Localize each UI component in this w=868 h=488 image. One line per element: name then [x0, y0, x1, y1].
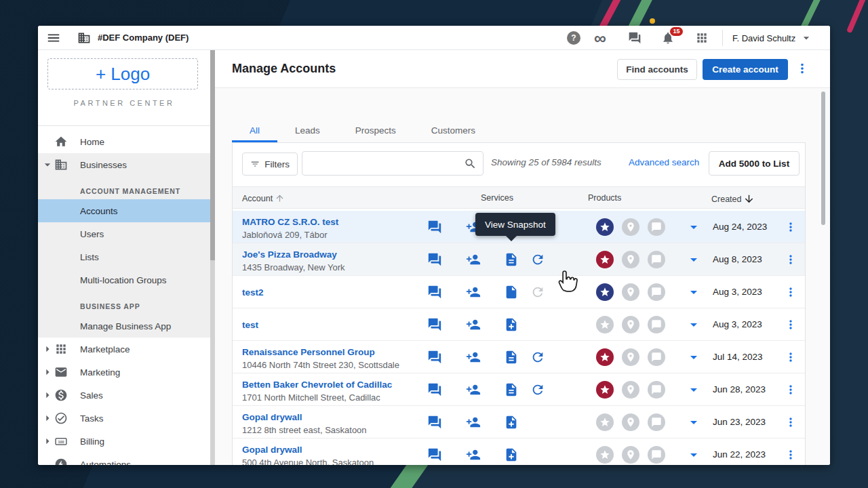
sidebar-scrollbar-thumb[interactable] — [210, 50, 215, 260]
search-input[interactable] — [309, 152, 462, 174]
column-created[interactable]: Created — [711, 193, 755, 205]
reputation-star-icon[interactable] — [596, 316, 614, 333]
account-name-link[interactable]: test — [242, 320, 258, 330]
sidebar-item-manage-business-app[interactable]: Manage Business App — [38, 314, 210, 338]
reputation-star-icon[interactable] — [596, 251, 614, 268]
snapshot-document-icon[interactable] — [504, 415, 519, 430]
refresh-snapshot-icon[interactable] — [530, 350, 545, 365]
snapshot-document-icon[interactable] — [504, 285, 519, 300]
column-account[interactable]: Account — [242, 193, 285, 203]
main-scrollbar-thumb[interactable] — [821, 92, 825, 225]
refresh-snapshot-icon[interactable] — [530, 285, 545, 300]
refresh-snapshot-icon[interactable] — [530, 252, 545, 267]
social-bubble-icon[interactable] — [648, 413, 665, 431]
social-bubble-icon[interactable] — [648, 316, 665, 333]
inbox-chat-icon[interactable] — [628, 31, 642, 45]
add-logo-button[interactable]: + Logo — [47, 58, 198, 89]
add-contact-icon[interactable] — [466, 447, 481, 462]
send-message-icon[interactable] — [427, 285, 442, 300]
row-menu-icon[interactable] — [784, 220, 797, 234]
social-bubble-icon[interactable] — [648, 446, 665, 464]
search-icon[interactable] — [464, 157, 477, 170]
social-bubble-icon[interactable] — [648, 381, 665, 399]
add-to-list-button[interactable]: Add 5000 to List — [709, 151, 800, 176]
row-menu-icon[interactable] — [784, 350, 797, 364]
reputation-star-icon[interactable] — [596, 381, 614, 399]
send-message-icon[interactable] — [427, 415, 442, 430]
listings-pin-icon[interactable] — [622, 251, 639, 268]
user-menu[interactable]: F. David Schultz — [732, 26, 813, 50]
snapshot-document-icon[interactable] — [504, 447, 519, 462]
send-message-icon[interactable] — [427, 252, 442, 267]
listings-pin-icon[interactable] — [622, 283, 639, 301]
chevron-right-icon[interactable] — [41, 388, 54, 402]
column-services[interactable]: Services — [481, 193, 513, 203]
expand-row-caret-icon[interactable] — [686, 447, 702, 463]
sidebar-item-businesses[interactable]: Businesses — [38, 153, 210, 176]
reputation-star-icon[interactable] — [596, 283, 614, 301]
table-row[interactable]: Gopal drywall500 4th Avenue North, Saska… — [233, 439, 805, 465]
expand-row-caret-icon[interactable] — [686, 382, 702, 398]
find-accounts-button[interactable]: Find accounts — [617, 59, 697, 80]
create-account-button[interactable]: Create account — [703, 59, 788, 80]
row-menu-icon[interactable] — [784, 415, 797, 429]
listings-pin-icon[interactable] — [622, 348, 639, 366]
account-name-link[interactable]: MATRO CZ S.R.O. test — [242, 217, 338, 227]
add-contact-icon[interactable] — [466, 415, 481, 430]
sidebar-item-billing[interactable]: 100Billing — [38, 430, 210, 453]
table-row[interactable]: Betten Baker Chevrolet of Cadillac1701 N… — [233, 373, 805, 406]
expand-row-caret-icon[interactable] — [686, 219, 702, 235]
chevron-right-icon[interactable] — [41, 342, 54, 356]
row-menu-icon[interactable] — [784, 285, 797, 299]
row-menu-icon[interactable] — [784, 448, 797, 462]
expand-row-caret-icon[interactable] — [686, 349, 702, 365]
reputation-star-icon[interactable] — [596, 413, 614, 431]
add-contact-icon[interactable] — [466, 252, 481, 267]
table-row[interactable]: Renaissance Personnel Group10446 North 7… — [233, 341, 805, 373]
sidebar-item-tasks[interactable]: Tasks — [38, 407, 210, 430]
expand-row-caret-icon[interactable] — [686, 251, 702, 268]
table-row[interactable]: Joe's Pizza Broadway1435 Broadway, New Y… — [233, 243, 805, 276]
add-contact-icon[interactable] — [466, 285, 481, 300]
add-contact-icon[interactable] — [466, 382, 481, 397]
row-menu-icon[interactable] — [784, 383, 797, 396]
chevron-down-icon[interactable] — [41, 158, 54, 171]
chevron-right-icon[interactable] — [41, 434, 54, 448]
sidebar-item-marketplace[interactable]: Marketplace — [38, 338, 210, 361]
expand-row-caret-icon[interactable] — [686, 284, 702, 300]
social-bubble-icon[interactable] — [648, 348, 665, 366]
send-message-icon[interactable] — [427, 220, 442, 235]
row-menu-icon[interactable] — [784, 318, 797, 331]
expand-row-caret-icon[interactable] — [686, 317, 702, 333]
add-contact-icon[interactable] — [466, 317, 481, 332]
expand-row-caret-icon[interactable] — [686, 414, 702, 430]
account-name-link[interactable]: Gopal drywall — [242, 412, 302, 422]
account-name-link[interactable]: Gopal drywall — [242, 445, 302, 455]
reputation-star-icon[interactable] — [596, 218, 614, 236]
tab-leads[interactable]: Leads — [277, 121, 338, 142]
sidebar-item-marketing[interactable]: Marketing — [38, 361, 210, 384]
row-menu-icon[interactable] — [784, 253, 797, 266]
reputation-star-icon[interactable] — [596, 348, 614, 366]
refresh-snapshot-icon[interactable] — [530, 382, 545, 397]
chevron-right-icon[interactable] — [41, 365, 54, 379]
filters-button[interactable]: Filters — [242, 152, 298, 176]
send-message-icon[interactable] — [427, 350, 442, 365]
infinity-icon[interactable]: ∞ — [594, 26, 606, 49]
social-bubble-icon[interactable] — [648, 218, 665, 236]
tab-prospects[interactable]: Prospects — [338, 121, 414, 142]
table-row[interactable]: Gopal drywall1212 8th street east, Saska… — [233, 406, 805, 439]
add-contact-icon[interactable] — [466, 350, 481, 365]
listings-pin-icon[interactable] — [622, 218, 639, 236]
apps-grid-icon[interactable] — [695, 31, 709, 45]
advanced-search-link[interactable]: Advanced search — [629, 157, 699, 167]
sidebar-item-automations[interactable]: Automations — [38, 453, 210, 465]
sidebar-item-lists[interactable]: Lists — [38, 245, 210, 268]
hamburger-menu-icon[interactable] — [46, 30, 61, 45]
snapshot-document-icon[interactable] — [504, 350, 519, 365]
social-bubble-icon[interactable] — [648, 283, 665, 301]
listings-pin-icon[interactable] — [622, 381, 639, 399]
tab-customers[interactable]: Customers — [414, 121, 493, 142]
sidebar-item-sales[interactable]: Sales — [38, 384, 210, 407]
tab-all[interactable]: All — [232, 121, 277, 142]
